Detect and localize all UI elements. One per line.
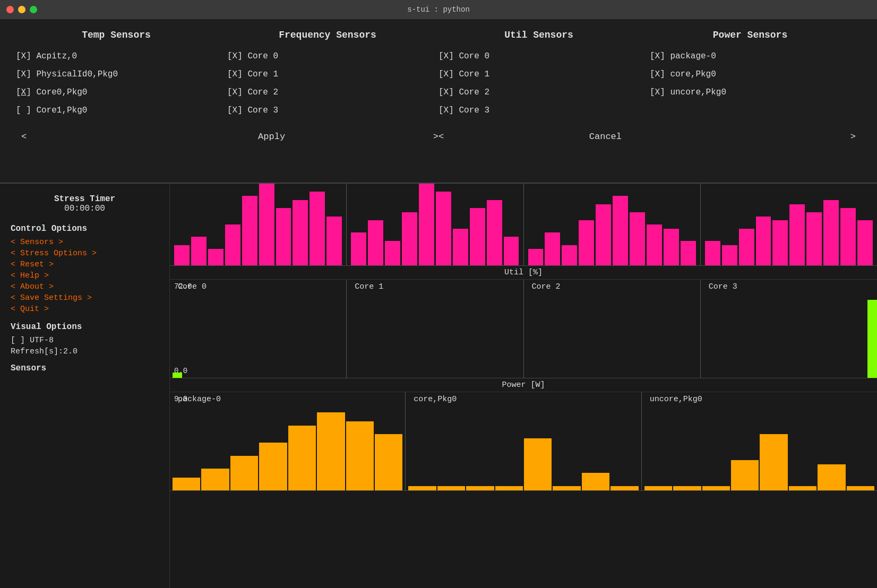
freq-bar: [806, 212, 822, 265]
temp-item-3[interactable]: [ ] Core1,Pkg0: [16, 104, 217, 117]
sidebar: Stress Timer 00:00:00 Control Options < …: [0, 184, 170, 588]
power-bar: [702, 486, 730, 490]
util-item-3[interactable]: [X] Core 3: [439, 104, 639, 117]
freq-bar: [528, 249, 544, 265]
menu-reset[interactable]: < Reset >: [11, 260, 159, 269]
power-bar: [760, 434, 787, 490]
freq-bar: [823, 200, 839, 265]
menu-stress-options[interactable]: < Stress Options >: [11, 249, 159, 258]
util-item-1[interactable]: [X] Core 1: [439, 68, 639, 81]
util-bars-core3: [701, 291, 877, 378]
freq-bar: [309, 192, 325, 265]
power-sensors-header: Power Sensors: [650, 30, 850, 40]
temp-item-2[interactable]: [X] Core0,Pkg0: [16, 86, 217, 99]
freq-sensors-col: Frequency Sensors [X] Core 0 [X] Core 1 …: [227, 30, 439, 122]
menu-about[interactable]: < About >: [11, 282, 159, 291]
power-item-0[interactable]: [X] package-0: [650, 50, 850, 63]
sensor-config-panel: Temp Sensors [X] Acpitz,0 [X] PhysicalId…: [0, 19, 877, 184]
power-bar: [789, 486, 816, 490]
util-item-2[interactable]: [X] Core 2: [439, 86, 639, 99]
menu-sensors[interactable]: < Sensors >: [11, 238, 159, 247]
power-label-corepkg0: core,Pkg0: [406, 392, 641, 404]
freq-bar: [545, 232, 560, 265]
refresh-setting: Refresh[s]:2.0: [11, 347, 159, 356]
power-label-package0: package-0: [170, 392, 405, 404]
nav-left[interactable]: <: [21, 132, 188, 142]
temp-sensors-col: Temp Sensors [X] Acpitz,0 [X] PhysicalId…: [16, 30, 227, 122]
freq-chart-core1: [347, 184, 523, 265]
util-bars-core2: [524, 291, 700, 378]
power-row: 9.0 0.0 package-0: [170, 392, 877, 490]
apply-button[interactable]: Apply: [188, 132, 355, 142]
power-bar: [173, 478, 200, 490]
power-item-1[interactable]: [X] core,Pkg0: [650, 68, 850, 81]
sensor-columns: Temp Sensors [X] Acpitz,0 [X] PhysicalId…: [16, 30, 861, 122]
menu-help[interactable]: < Help >: [11, 271, 159, 280]
power-bar: [408, 486, 436, 490]
util-item-0[interactable]: [X] Core 0: [439, 50, 639, 63]
power-sensors-col: Power Sensors [X] package-0 [X] core,Pkg…: [650, 30, 861, 122]
menu-quit[interactable]: < Quit >: [11, 305, 159, 314]
freq-sensors-header: Frequency Sensors: [227, 30, 428, 40]
util-label-core1: Core 1: [347, 280, 523, 291]
util-chart-core3: Core 3: [701, 280, 877, 378]
sensors-section-label: Sensors: [11, 364, 159, 373]
temp-item-0[interactable]: [X] Acpitz,0: [16, 50, 217, 63]
power-bar: [317, 412, 345, 490]
freq-bar: [562, 245, 577, 266]
freq-bar: [436, 192, 451, 265]
power-bar: [731, 460, 759, 490]
power-bar: [847, 486, 874, 490]
close-button[interactable]: [6, 6, 14, 13]
cancel-button[interactable]: Cancel: [522, 132, 689, 142]
power-bar: [230, 456, 258, 490]
freq-item-1[interactable]: [X] Core 1: [227, 68, 428, 81]
power-bar: [437, 486, 465, 490]
freq-bar: [293, 200, 308, 265]
freq-item-2[interactable]: [X] Core 2: [227, 86, 428, 99]
power-bar: [259, 443, 287, 490]
util-bars-core1: [347, 291, 523, 378]
power-bar: [288, 426, 316, 490]
freq-bar: [242, 196, 257, 265]
util-sensors-header: Util Sensors: [439, 30, 639, 40]
freq-bar: [681, 241, 696, 265]
menu-save-settings[interactable]: < Save Settings >: [11, 293, 159, 302]
maximize-button[interactable]: [30, 6, 37, 13]
freq-chart-core3: [701, 184, 877, 265]
util-label-core0: Core 0: [170, 280, 346, 291]
utf8-toggle[interactable]: [ ] UTF-8: [11, 336, 159, 345]
power-label-uncorepkg0: uncore,Pkg0: [642, 392, 877, 404]
minimize-button[interactable]: [18, 6, 25, 13]
nav-right[interactable]: >: [689, 132, 856, 142]
freq-bar: [487, 200, 502, 265]
power-bar: [553, 486, 580, 490]
util-header: Util [%]: [170, 266, 877, 280]
freq-item-3[interactable]: [X] Core 3: [227, 104, 428, 117]
power-section: Power [W] 9.0 0.0 package-0: [170, 378, 877, 491]
power-bars-corepkg0: [406, 404, 641, 490]
freq-bar: [647, 224, 662, 265]
util-section: Util [%] 72.0 0.0 Core 0 Core 1: [170, 266, 877, 378]
stress-timer-value: 00:00:00: [11, 204, 159, 213]
freq-bar: [385, 241, 400, 265]
temp-item-1[interactable]: [X] PhysicalId0,Pkg0: [16, 68, 217, 81]
freq-bar: [453, 229, 468, 265]
frequency-charts-row: 0: [170, 184, 877, 266]
freq-bar: [174, 245, 190, 266]
util-bar: [173, 373, 182, 378]
power-bar: [466, 486, 494, 490]
titlebar: s-tui : python: [0, 0, 877, 19]
window-title: s-tui : python: [407, 5, 470, 14]
util-chart-core2: Core 2: [524, 280, 701, 378]
freq-bar: [419, 184, 434, 265]
util-row: 72.0 0.0 Core 0 Core 1 Core 2: [170, 280, 877, 378]
freq-bar: [613, 196, 628, 265]
freq-item-0[interactable]: [X] Core 0: [227, 50, 428, 63]
window-controls: [6, 6, 37, 13]
nav-middle[interactable]: ><: [355, 132, 522, 142]
freq-bar: [579, 220, 594, 265]
freq-chart-core0: [170, 184, 347, 265]
freq-bar: [276, 208, 291, 265]
power-item-2[interactable]: [X] uncore,Pkg0: [650, 86, 850, 99]
